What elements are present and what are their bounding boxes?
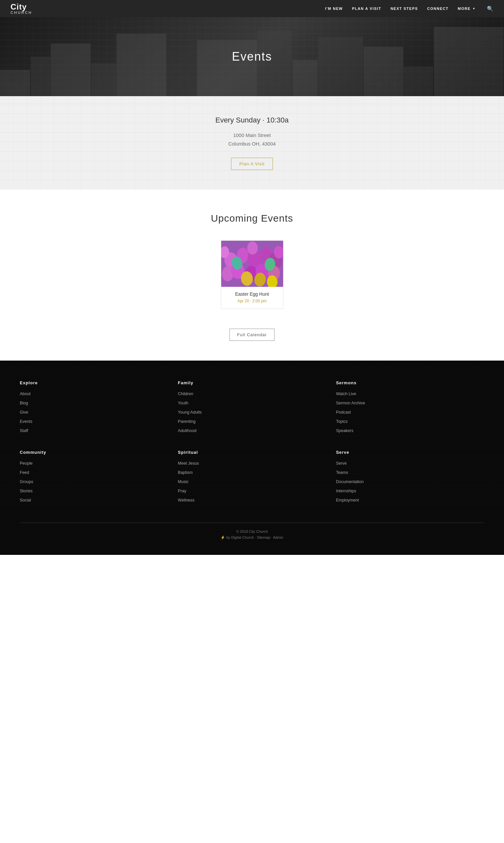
footer-credits: ⚡ by Digital Church · Sitemap · Admin [20, 535, 484, 540]
footer-link-adulthood[interactable]: Adulthood [178, 427, 326, 434]
footer-link-watch-live[interactable]: Watch Live [336, 391, 484, 397]
footer-link-social[interactable]: Social [20, 497, 168, 503]
footer-link-wellness[interactable]: Wellness [178, 497, 326, 503]
footer-col-explore: Explore About Blog Give Events Staff [20, 380, 168, 437]
digital-church-link[interactable]: by Digital Church [226, 535, 254, 539]
full-calendar-button[interactable]: Full Calendar [230, 329, 274, 341]
footer-link-pray[interactable]: Pray [178, 488, 326, 494]
footer-link-events[interactable]: Events [20, 418, 168, 425]
search-icon[interactable]: 🔍 [487, 5, 493, 12]
service-time: Every Sunday · 10:30a [6, 116, 498, 124]
footer-link-parenting[interactable]: Parenting [178, 418, 326, 425]
footer-link-young-adults[interactable]: Young Adults [178, 409, 326, 416]
footer-heading-family: Family [178, 380, 326, 385]
footer-link-podcast[interactable]: Podcast [336, 409, 484, 416]
nav-connect[interactable]: CONNECT [427, 6, 449, 11]
footer-link-speakers[interactable]: Speakers [336, 427, 484, 434]
footer-link-employment[interactable]: Employment [336, 497, 484, 503]
footer-link-children[interactable]: Children [178, 391, 326, 397]
events-section: Upcoming Events [0, 190, 504, 361]
footer-col-family: Family Children Youth Young Adults Paren… [178, 380, 326, 437]
bolt-icon: ⚡ [220, 535, 225, 539]
footer-link-internships[interactable]: Internships [336, 488, 484, 494]
sitemap-link[interactable]: Sitemap [257, 535, 270, 539]
site-logo[interactable]: City CHURCH [11, 3, 32, 15]
admin-link[interactable]: Admin [273, 535, 283, 539]
footer-col-serve: Serve Serve Teams Documentation Internsh… [336, 450, 484, 506]
events-title: Upcoming Events [6, 213, 498, 224]
footer-link-staff[interactable]: Staff [20, 427, 168, 434]
event-info: Easter Egg Hunt Apr 20 · 2:00 pm [221, 287, 283, 308]
footer-col-sermons: Sermons Watch Live Sermon Archive Podcas… [336, 380, 484, 437]
hero-section: Events [0, 17, 504, 96]
footer-link-meet-jesus[interactable]: Meet Jesus [178, 460, 326, 467]
footer-link-music[interactable]: Music [178, 479, 326, 485]
footer-heading-spiritual: Spiritual [178, 450, 326, 455]
footer-link-documentation[interactable]: Documentation [336, 479, 484, 485]
footer-link-groups[interactable]: Groups [20, 479, 168, 485]
footer-link-about[interactable]: About [20, 391, 168, 397]
nav-next-steps[interactable]: NEXT STEPS [391, 6, 418, 11]
event-name: Easter Egg Hunt [224, 291, 280, 297]
page-title: Events [232, 50, 272, 64]
site-footer: Explore About Blog Give Events Staff Fam… [0, 361, 504, 555]
footer-link-baptism[interactable]: Baptism [178, 469, 326, 476]
nav-more[interactable]: MORE ▾ [458, 6, 475, 11]
logo-city: City [11, 3, 32, 11]
footer-bottom: © 2018 City Church ⚡ by Digital Church ·… [20, 523, 484, 540]
service-address: 1000 Main Street Columbus OH, 43004 [6, 131, 498, 148]
footer-heading-explore: Explore [20, 380, 168, 385]
footer-col-community: Community People Feed Groups Stories Soc… [20, 450, 168, 506]
footer-link-topics[interactable]: Topics [336, 418, 484, 425]
nav-im-new[interactable]: I'M NEW [325, 6, 343, 11]
footer-grid: Explore About Blog Give Events Staff Fam… [20, 380, 484, 506]
nav-plan-a-visit[interactable]: PLAN A VISIT [352, 6, 381, 11]
footer-link-teams[interactable]: Teams [336, 469, 484, 476]
event-date: Apr 20 · 2:00 pm [224, 299, 280, 303]
footer-col-spiritual: Spiritual Meet Jesus Baptism Music Pray … [178, 450, 326, 506]
event-image [221, 241, 284, 287]
footer-link-feed[interactable]: Feed [20, 469, 168, 476]
service-section: Every Sunday · 10:30a 1000 Main Street C… [0, 96, 504, 190]
footer-link-give[interactable]: Give [20, 409, 168, 416]
easter-eggs-image [221, 241, 284, 287]
chevron-down-icon: ▾ [473, 7, 475, 10]
footer-link-blog[interactable]: Blog [20, 400, 168, 406]
footer-heading-sermons: Sermons [336, 380, 484, 385]
logo-church: CHURCH [11, 11, 32, 15]
copyright-text: © 2018 City Church [20, 530, 484, 534]
nav-links: I'M NEW PLAN A VISIT NEXT STEPS CONNECT … [325, 5, 493, 12]
footer-link-stories[interactable]: Stories [20, 488, 168, 494]
main-nav: City CHURCH I'M NEW PLAN A VISIT NEXT ST… [0, 0, 504, 17]
footer-heading-community: Community [20, 450, 168, 455]
event-card[interactable]: Easter Egg Hunt Apr 20 · 2:00 pm [221, 240, 284, 309]
plan-visit-button[interactable]: Plan A Visit [231, 158, 273, 170]
svg-point-18 [247, 241, 258, 254]
events-grid: Easter Egg Hunt Apr 20 · 2:00 pm [6, 240, 498, 309]
footer-link-people[interactable]: People [20, 460, 168, 467]
footer-link-serve[interactable]: Serve [336, 460, 484, 467]
footer-heading-serve: Serve [336, 450, 484, 455]
footer-link-sermon-archive[interactable]: Sermon Archive [336, 400, 484, 406]
footer-link-youth[interactable]: Youth [178, 400, 326, 406]
